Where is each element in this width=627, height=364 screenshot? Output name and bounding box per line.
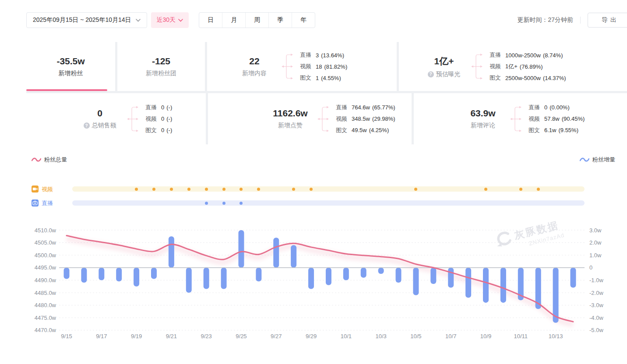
fan-delta-bar[interactable] bbox=[204, 268, 209, 289]
fan-delta-bar[interactable] bbox=[273, 238, 279, 268]
breakdown-bracket bbox=[471, 49, 483, 84]
metric-label: 新增点赞 bbox=[278, 122, 303, 130]
date-range-value: 2025年09月15日 ~ 2025年10月14日 bbox=[33, 16, 131, 24]
tab-quarter[interactable]: 季 bbox=[268, 13, 292, 28]
legend-fan-total[interactable]: 粉丝总量 bbox=[32, 156, 67, 164]
chart-legends: 粉丝总量 粉丝增量 bbox=[0, 156, 627, 165]
export-button[interactable]: 导出 bbox=[588, 13, 627, 28]
fan-delta-bar[interactable] bbox=[448, 268, 454, 288]
fan-delta-bar[interactable] bbox=[256, 268, 261, 281]
metric-card-est-exposure[interactable]: 1亿+ ?预估曝光 直播1000w-2500w(8.74%) 视频1亿+(76.… bbox=[399, 42, 627, 91]
fan-delta-bar[interactable] bbox=[238, 230, 244, 268]
metric-label: ?总销售额 bbox=[84, 122, 116, 130]
metric-label: ?预估曝光 bbox=[428, 70, 461, 78]
live-marker-dot[interactable] bbox=[222, 202, 225, 205]
fan-delta-bar[interactable] bbox=[134, 268, 139, 287]
fan-delta-bar[interactable] bbox=[291, 245, 296, 267]
legend-fan-delta[interactable]: 粉丝增量 bbox=[580, 156, 615, 164]
video-marker-dot[interactable] bbox=[205, 188, 208, 191]
fan-delta-bar[interactable] bbox=[81, 268, 87, 283]
chevron-down-icon bbox=[136, 19, 141, 22]
date-range-picker[interactable]: 2025年09月15日 ~ 2025年10月14日 bbox=[26, 12, 147, 28]
fan-delta-bar[interactable] bbox=[571, 268, 576, 288]
metric-card-total-sales[interactable]: 0 ?总销售额 直播0(-) 视频0(-) 图文0(-) bbox=[26, 93, 206, 144]
metric-value: 22 bbox=[249, 56, 259, 66]
tab-day[interactable]: 日 bbox=[199, 13, 222, 28]
x-axis-label: 10/3 bbox=[375, 333, 386, 340]
live-marker-dot[interactable] bbox=[240, 202, 243, 205]
fan-delta-bar[interactable] bbox=[221, 268, 227, 289]
fan-delta-bar[interactable] bbox=[326, 268, 331, 285]
breakdown-item: 视频18(81.82%) bbox=[300, 61, 347, 72]
help-icon[interactable]: ? bbox=[84, 122, 90, 129]
right-axis-label: 1.0w bbox=[589, 252, 602, 259]
breakdown-item: 视频0(-) bbox=[145, 113, 172, 125]
metric-card-new-likes[interactable]: 1162.6w 新增点赞 直播764.6w(65.77%) 视频348.5w(2… bbox=[208, 93, 412, 144]
fan-delta-bar[interactable] bbox=[396, 268, 402, 283]
video-marker-dot[interactable] bbox=[135, 188, 138, 191]
fan-delta-bar[interactable] bbox=[465, 268, 471, 298]
tab-month[interactable]: 月 bbox=[222, 13, 245, 28]
video-marker-dot[interactable] bbox=[484, 188, 487, 191]
update-time: 更新时间：27分钟前 bbox=[517, 16, 573, 24]
fan-delta-bar[interactable] bbox=[500, 268, 506, 303]
help-icon[interactable]: ? bbox=[428, 71, 434, 77]
quick-range-selector[interactable]: 近30天 bbox=[151, 12, 189, 28]
video-marker-dot[interactable] bbox=[170, 188, 173, 191]
blue-wave-icon bbox=[580, 157, 589, 162]
metric-card-new-comments[interactable]: 63.9w 新增评论 直播0(0.00%) 视频57.8w(90.45%) 图文… bbox=[414, 93, 627, 144]
right-axis-label: 3.0w bbox=[589, 227, 602, 234]
video-marker-dot[interactable] bbox=[310, 188, 313, 191]
fan-delta-bar[interactable] bbox=[483, 268, 489, 303]
video-marker-dot[interactable] bbox=[222, 188, 225, 191]
granularity-tabs: 日 月 周 季 年 bbox=[199, 12, 315, 28]
metric-value: 1162.6w bbox=[273, 108, 307, 119]
x-axis-label: 9/29 bbox=[306, 333, 317, 340]
video-marker-dot[interactable] bbox=[240, 188, 243, 191]
video-marker-dot[interactable] bbox=[414, 188, 417, 191]
fan-delta-bar[interactable] bbox=[343, 268, 349, 280]
fan-delta-bar[interactable] bbox=[169, 236, 174, 268]
video-marker-dot[interactable] bbox=[292, 188, 295, 191]
fan-delta-bar[interactable] bbox=[361, 268, 366, 278]
breakdown-item: 直播764.6w(65.77%) bbox=[336, 102, 395, 113]
fan-delta-bar[interactable] bbox=[151, 268, 157, 279]
metric-value: -35.5w bbox=[56, 56, 85, 66]
breakdown-bracket bbox=[282, 49, 294, 84]
fan-delta-bar[interactable] bbox=[186, 268, 192, 293]
x-axis-label: 9/23 bbox=[201, 333, 212, 340]
fan-delta-bar[interactable] bbox=[413, 268, 419, 295]
fan-delta-bar[interactable] bbox=[99, 268, 104, 280]
right-axis-label: -3.0w bbox=[589, 302, 603, 308]
fan-total-line[interactable] bbox=[67, 236, 573, 322]
x-axis-label: 10/7 bbox=[445, 333, 456, 340]
x-axis-label: 9/17 bbox=[96, 333, 107, 340]
breakdown-item: 视频1亿+(76.89%) bbox=[490, 61, 566, 72]
fan-delta-bar[interactable] bbox=[430, 268, 436, 284]
tab-week[interactable]: 周 bbox=[245, 13, 268, 28]
trend-chart-canvas[interactable]: 4510.0w3.0w4505.0w2.0w4500.0w1.0w4495.0w… bbox=[0, 221, 627, 349]
fan-delta-bar[interactable] bbox=[308, 268, 314, 289]
metric-card-new-content[interactable]: 22 新增内容 直播3(13.64%) 视频18(81.82%) 图文1(4.5… bbox=[207, 42, 397, 91]
video-marker-dot[interactable] bbox=[152, 188, 155, 191]
video-marker-dot[interactable] bbox=[187, 188, 190, 191]
video-marker-dot[interactable] bbox=[519, 188, 522, 191]
fan-delta-bar[interactable] bbox=[116, 268, 122, 281]
breakdown-item: 图文49.5w(4.25%) bbox=[336, 125, 395, 136]
left-axis-label: 4485.0w bbox=[35, 290, 56, 296]
video-marker-dot[interactable] bbox=[537, 188, 540, 191]
metric-card-new-fans[interactable]: -35.5w 新增粉丝 bbox=[26, 42, 115, 91]
metric-breakdown: 直播0(0.00%) 视频57.8w(90.45%) 图文6.1w(9.55%) bbox=[528, 102, 585, 136]
fan-delta-bar[interactable] bbox=[64, 268, 70, 279]
left-axis-label: 4480.0w bbox=[35, 302, 56, 308]
left-axis-label: 4510.0w bbox=[35, 227, 56, 234]
legend-label: 粉丝总量 bbox=[44, 156, 67, 164]
right-axis-label: 2.0w bbox=[589, 239, 602, 246]
fan-delta-bar[interactable] bbox=[378, 268, 384, 274]
metric-card-new-fanclub[interactable]: -125 新增粉丝团 bbox=[117, 42, 205, 91]
fan-delta-bar[interactable] bbox=[553, 268, 559, 323]
tab-year[interactable]: 年 bbox=[292, 13, 315, 28]
right-axis-label: -5.0w bbox=[589, 327, 603, 333]
video-marker-dot[interactable] bbox=[257, 188, 260, 191]
live-marker-dot[interactable] bbox=[205, 202, 208, 205]
